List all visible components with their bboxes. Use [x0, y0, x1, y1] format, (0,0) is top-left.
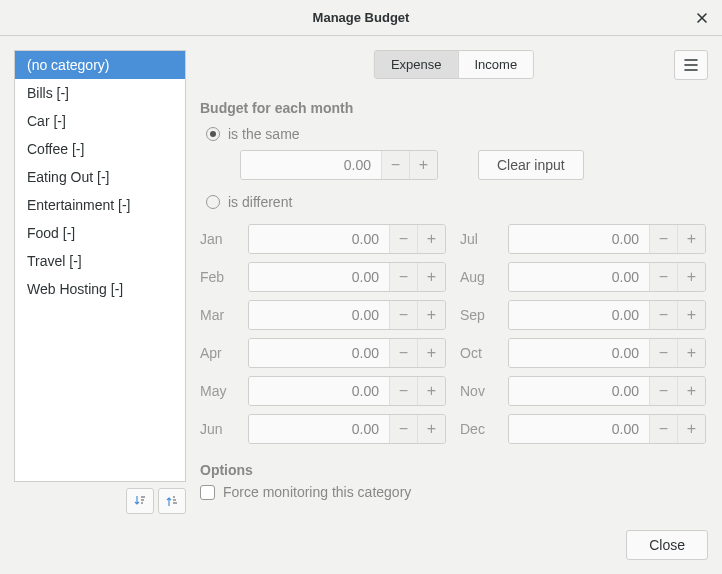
category-item[interactable]: Bills [-] [15, 79, 185, 107]
month-input-jul[interactable] [509, 225, 649, 253]
sort-asc-button[interactable] [126, 488, 154, 514]
radio-same[interactable] [206, 127, 220, 141]
month-spinner-jul: −+ [508, 224, 706, 254]
hamburger-menu-button[interactable] [674, 50, 708, 80]
month-input-aug[interactable] [509, 263, 649, 291]
same-value-spinner: − + [240, 150, 438, 180]
month-label: May [200, 383, 234, 399]
window-title: Manage Budget [313, 10, 410, 25]
force-monitor-row[interactable]: Force monitoring this category [200, 484, 708, 500]
content-panel: Expense Income Budget for each month is … [200, 50, 708, 514]
radio-same-label: is the same [228, 126, 300, 142]
month-spinner-apr: −+ [248, 338, 446, 368]
category-list[interactable]: (no category)Bills [-]Car [-]Coffee [-]E… [14, 50, 186, 482]
increment-button[interactable]: + [677, 263, 705, 291]
month-spinner-may: −+ [248, 376, 446, 406]
decrement-button[interactable]: − [649, 415, 677, 443]
month-input-jun[interactable] [249, 415, 389, 443]
increment-button[interactable]: + [417, 377, 445, 405]
close-button[interactable]: Close [626, 530, 708, 560]
decrement-button[interactable]: − [389, 339, 417, 367]
month-label: Oct [460, 345, 494, 361]
category-item[interactable]: Food [-] [15, 219, 185, 247]
month-label: Aug [460, 269, 494, 285]
decrement-button[interactable]: − [649, 377, 677, 405]
decrement-button[interactable]: − [649, 225, 677, 253]
month-input-may[interactable] [249, 377, 389, 405]
category-item[interactable]: Coffee [-] [15, 135, 185, 163]
month-spinner-mar: −+ [248, 300, 446, 330]
month-label: Apr [200, 345, 234, 361]
decrement-button[interactable]: − [389, 377, 417, 405]
category-sidebar: (no category)Bills [-]Car [-]Coffee [-]E… [14, 50, 186, 514]
category-item[interactable]: Car [-] [15, 107, 185, 135]
decrement-button[interactable]: − [649, 301, 677, 329]
month-label: Mar [200, 307, 234, 323]
radio-different-row[interactable]: is different [206, 194, 708, 210]
close-icon[interactable] [692, 8, 712, 28]
month-spinner-jun: −+ [248, 414, 446, 444]
month-spinner-sep: −+ [508, 300, 706, 330]
month-input-nov[interactable] [509, 377, 649, 405]
decrement-button[interactable]: − [389, 301, 417, 329]
tab-expense[interactable]: Expense [375, 51, 458, 78]
month-input-sep[interactable] [509, 301, 649, 329]
category-item[interactable]: (no category) [15, 51, 185, 79]
decrement-button[interactable]: − [389, 415, 417, 443]
month-input-mar[interactable] [249, 301, 389, 329]
category-item[interactable]: Web Hosting [-] [15, 275, 185, 303]
sort-desc-button[interactable] [158, 488, 186, 514]
category-item[interactable]: Eating Out [-] [15, 163, 185, 191]
increment-button[interactable]: + [677, 225, 705, 253]
decrement-button[interactable]: − [649, 339, 677, 367]
month-label: Nov [460, 383, 494, 399]
increment-button[interactable]: + [417, 263, 445, 291]
month-input-dec[interactable] [509, 415, 649, 443]
budget-heading: Budget for each month [200, 100, 708, 116]
decrement-button[interactable]: − [381, 151, 409, 179]
month-spinner-aug: −+ [508, 262, 706, 292]
category-item[interactable]: Travel [-] [15, 247, 185, 275]
month-spinner-nov: −+ [508, 376, 706, 406]
month-label: Jun [200, 421, 234, 437]
increment-button[interactable]: + [677, 377, 705, 405]
radio-different-label: is different [228, 194, 292, 210]
same-value-input[interactable] [241, 151, 381, 179]
increment-button[interactable]: + [417, 339, 445, 367]
month-spinner-feb: −+ [248, 262, 446, 292]
increment-button[interactable]: + [417, 301, 445, 329]
month-input-oct[interactable] [509, 339, 649, 367]
type-toggle: Expense Income [374, 50, 534, 79]
increment-button[interactable]: + [677, 301, 705, 329]
month-spinner-oct: −+ [508, 338, 706, 368]
month-spinner-dec: −+ [508, 414, 706, 444]
radio-same-row[interactable]: is the same [206, 126, 708, 142]
month-input-apr[interactable] [249, 339, 389, 367]
dialog-footer: Close [14, 524, 708, 560]
decrement-button[interactable]: − [389, 225, 417, 253]
tab-income[interactable]: Income [457, 51, 533, 78]
options-heading: Options [200, 462, 708, 478]
month-spinner-jan: −+ [248, 224, 446, 254]
increment-button[interactable]: + [409, 151, 437, 179]
radio-different[interactable] [206, 195, 220, 209]
increment-button[interactable]: + [677, 339, 705, 367]
force-monitor-label: Force monitoring this category [223, 484, 411, 500]
month-label: Feb [200, 269, 234, 285]
decrement-button[interactable]: − [389, 263, 417, 291]
increment-button[interactable]: + [417, 225, 445, 253]
month-label: Jan [200, 231, 234, 247]
month-input-jan[interactable] [249, 225, 389, 253]
month-label: Sep [460, 307, 494, 323]
force-monitor-checkbox[interactable] [200, 485, 215, 500]
increment-button[interactable]: + [677, 415, 705, 443]
month-input-feb[interactable] [249, 263, 389, 291]
decrement-button[interactable]: − [649, 263, 677, 291]
category-item[interactable]: Entertainment [-] [15, 191, 185, 219]
months-grid: Jan−+Jul−+Feb−+Aug−+Mar−+Sep−+Apr−+Oct−+… [200, 224, 708, 444]
month-label: Dec [460, 421, 494, 437]
increment-button[interactable]: + [417, 415, 445, 443]
titlebar: Manage Budget [0, 0, 722, 36]
clear-input-button[interactable]: Clear input [478, 150, 584, 180]
month-label: Jul [460, 231, 494, 247]
